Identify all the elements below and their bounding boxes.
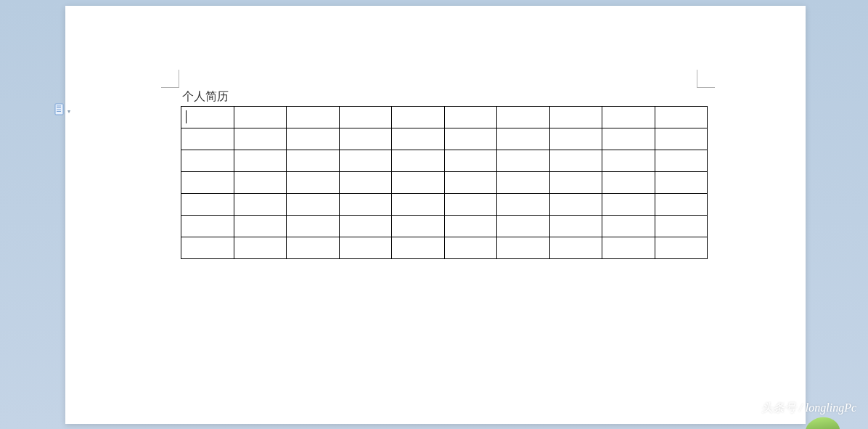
table-cell[interactable] <box>497 172 550 194</box>
table-cell[interactable] <box>549 128 602 150</box>
table-cell[interactable] <box>655 237 708 259</box>
table-row <box>181 172 708 194</box>
table-cell[interactable] <box>234 216 287 237</box>
document-title[interactable]: 个人简历 <box>182 89 229 105</box>
table-cell[interactable] <box>392 172 445 194</box>
watermark-badge <box>803 415 840 429</box>
table-cell[interactable] <box>392 107 445 128</box>
new-document-button[interactable]: ▾ <box>54 103 70 119</box>
table-cell[interactable] <box>602 128 655 150</box>
new-document-icon <box>54 103 66 119</box>
table-cell[interactable] <box>234 172 287 194</box>
table-cell[interactable] <box>339 150 392 172</box>
table-cell[interactable] <box>287 237 340 259</box>
table-cell[interactable] <box>602 237 655 259</box>
table-cell[interactable] <box>181 216 234 237</box>
table-cell[interactable] <box>444 107 497 128</box>
watermark-text: 头条号 / longlingPc <box>761 401 856 416</box>
margin-corner-top-left <box>161 70 179 88</box>
table-row <box>181 237 708 259</box>
table-cell[interactable] <box>444 216 497 237</box>
table-cell[interactable] <box>655 216 708 237</box>
document-page[interactable]: 个人简历 <box>65 6 806 424</box>
table-cell[interactable] <box>339 194 392 216</box>
table-cell[interactable] <box>234 107 287 128</box>
table-cell[interactable] <box>339 128 392 150</box>
table-cell[interactable] <box>234 128 287 150</box>
table-row <box>181 216 708 237</box>
table-cell[interactable] <box>497 128 550 150</box>
table-cell[interactable] <box>497 194 550 216</box>
table-cell[interactable] <box>602 107 655 128</box>
table-cell[interactable] <box>287 172 340 194</box>
table-cell[interactable] <box>339 172 392 194</box>
table-cell[interactable] <box>444 172 497 194</box>
table-cell[interactable] <box>549 194 602 216</box>
table-cell[interactable] <box>602 150 655 172</box>
margin-corner-top-right <box>697 70 715 88</box>
table-cell[interactable] <box>339 237 392 259</box>
table-cell[interactable] <box>549 172 602 194</box>
table-cell[interactable] <box>392 150 445 172</box>
table-cell[interactable] <box>287 107 340 128</box>
table-cell[interactable] <box>655 128 708 150</box>
table-cell[interactable] <box>392 237 445 259</box>
table-row <box>181 107 708 128</box>
table-cell[interactable] <box>497 150 550 172</box>
table-cell[interactable] <box>444 150 497 172</box>
table-cell[interactable] <box>549 237 602 259</box>
table-cell[interactable] <box>287 128 340 150</box>
table-cell[interactable] <box>181 150 234 172</box>
text-cursor <box>186 110 187 123</box>
resume-table[interactable] <box>181 106 708 259</box>
table-cell[interactable] <box>339 107 392 128</box>
table-cell[interactable] <box>655 150 708 172</box>
table-cell[interactable] <box>181 107 234 128</box>
resume-table-wrapper <box>181 106 708 259</box>
table-cell[interactable] <box>181 128 234 150</box>
table-cell[interactable] <box>287 194 340 216</box>
table-cell[interactable] <box>234 237 287 259</box>
table-row <box>181 150 708 172</box>
table-cell[interactable] <box>234 150 287 172</box>
table-cell[interactable] <box>181 237 234 259</box>
table-cell[interactable] <box>181 172 234 194</box>
table-cell[interactable] <box>181 194 234 216</box>
table-cell[interactable] <box>497 107 550 128</box>
table-cell[interactable] <box>444 194 497 216</box>
table-cell[interactable] <box>602 172 655 194</box>
table-cell[interactable] <box>339 216 392 237</box>
table-cell[interactable] <box>549 107 602 128</box>
table-cell[interactable] <box>497 237 550 259</box>
table-cell[interactable] <box>549 150 602 172</box>
table-cell[interactable] <box>444 128 497 150</box>
table-cell[interactable] <box>655 194 708 216</box>
table-cell[interactable] <box>392 216 445 237</box>
table-cell[interactable] <box>655 172 708 194</box>
table-cell[interactable] <box>392 128 445 150</box>
table-cell[interactable] <box>392 194 445 216</box>
dropdown-arrow-icon: ▾ <box>67 108 70 115</box>
table-cell[interactable] <box>287 150 340 172</box>
table-cell[interactable] <box>234 194 287 216</box>
table-cell[interactable] <box>444 237 497 259</box>
table-row <box>181 128 708 150</box>
table-cell[interactable] <box>497 216 550 237</box>
table-cell[interactable] <box>602 194 655 216</box>
table-cell[interactable] <box>549 216 602 237</box>
table-row <box>181 194 708 216</box>
table-cell[interactable] <box>602 216 655 237</box>
table-cell[interactable] <box>287 216 340 237</box>
table-cell[interactable] <box>655 107 708 128</box>
